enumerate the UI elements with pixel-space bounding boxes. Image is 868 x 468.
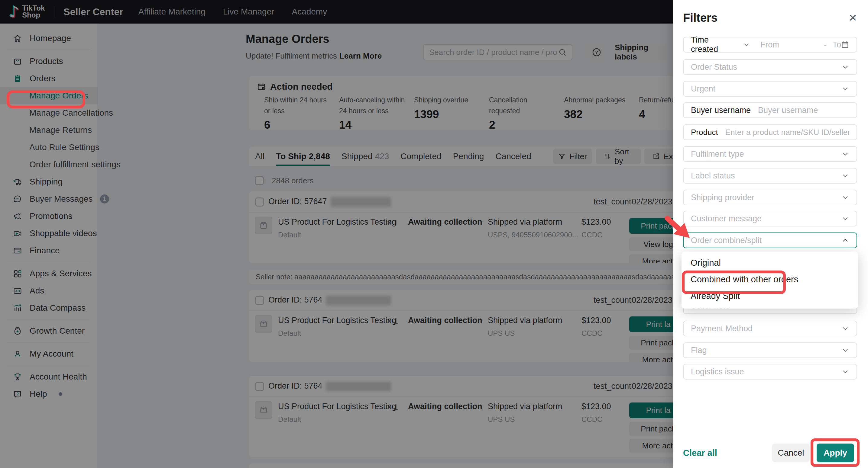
fulfilment-type-placeholder: Fulfilment type bbox=[691, 149, 744, 159]
label-status-select[interactable]: Label status bbox=[683, 168, 857, 183]
order-combine-split-select[interactable]: Order combine/split bbox=[683, 233, 857, 248]
payment-method-placeholder: Payment Method bbox=[691, 324, 752, 333]
close-icon[interactable]: ✕ bbox=[849, 13, 858, 23]
customer-message-select[interactable]: Customer message bbox=[683, 211, 857, 227]
chevron-down-icon bbox=[841, 63, 849, 71]
date-to-placeholder[interactable]: To bbox=[833, 40, 841, 49]
payment-method-select[interactable]: Payment Method bbox=[683, 321, 857, 336]
chevron-down-icon bbox=[841, 85, 849, 93]
order-combine-split-placeholder: Order combine/split bbox=[691, 236, 762, 245]
time-created-label: Time created bbox=[691, 35, 736, 54]
product-placeholder: Enter a product name/SKU ID/seller SKU bbox=[725, 128, 849, 137]
clear-all-link[interactable]: Clear all bbox=[683, 448, 717, 458]
chevron-down-icon bbox=[841, 194, 849, 201]
shipping-provider-placeholder: Shipping provider bbox=[691, 193, 754, 202]
logistics-issue-placeholder: Logistics issue bbox=[691, 367, 744, 376]
label-status-placeholder: Label status bbox=[691, 171, 735, 180]
chevron-down-icon bbox=[841, 346, 849, 354]
flag-select[interactable]: Flag bbox=[683, 342, 857, 358]
buyer-username-field[interactable]: Buyer username Buyer username bbox=[683, 102, 857, 118]
time-created-field[interactable]: Time created From - To bbox=[683, 37, 857, 53]
annotation-arrow bbox=[656, 210, 701, 244]
dropdown-option-original[interactable]: Original bbox=[682, 255, 858, 271]
buyer-username-label: Buyer username bbox=[691, 106, 751, 115]
chevron-down-icon bbox=[841, 325, 849, 332]
calendar-icon[interactable] bbox=[841, 40, 849, 49]
annotation-box-manage-orders bbox=[7, 90, 85, 108]
filters-title: Filters bbox=[683, 11, 717, 25]
buyer-username-placeholder: Buyer username bbox=[758, 106, 818, 115]
urgent-placeholder: Urgent bbox=[691, 84, 715, 94]
chevron-down-icon bbox=[841, 368, 849, 376]
date-range-dash: - bbox=[824, 40, 827, 49]
chevron-down-icon bbox=[841, 172, 849, 180]
filters-drawer: Filters ✕ Time created From - To Order S… bbox=[673, 0, 868, 468]
order-status-select[interactable]: Order Status bbox=[683, 59, 857, 75]
customer-message-placeholder: Customer message bbox=[691, 214, 762, 224]
shipping-provider-select[interactable]: Shipping provider bbox=[683, 190, 857, 205]
cancel-button[interactable]: Cancel bbox=[772, 443, 810, 462]
urgent-select[interactable]: Urgent bbox=[683, 81, 857, 97]
order-status-placeholder: Order Status bbox=[691, 63, 737, 72]
logistics-issue-select[interactable]: Logistics issue bbox=[683, 364, 857, 379]
chevron-down-icon[interactable] bbox=[743, 41, 750, 48]
annotation-box-combined-option bbox=[682, 271, 786, 294]
flag-placeholder: Flag bbox=[691, 346, 707, 355]
fulfilment-type-select[interactable]: Fulfilment type bbox=[683, 146, 857, 162]
date-from-placeholder[interactable]: From bbox=[761, 40, 779, 49]
chevron-down-icon bbox=[841, 150, 849, 158]
chevron-down-icon bbox=[841, 215, 849, 223]
chevron-up-icon bbox=[841, 236, 849, 244]
product-field[interactable]: Product Enter a product name/SKU ID/sell… bbox=[683, 124, 857, 140]
product-label: Product bbox=[691, 128, 718, 137]
screen: ♪ TikTok Shop Seller Center Affiliate Ma… bbox=[0, 0, 868, 468]
annotation-box-apply bbox=[811, 438, 860, 467]
